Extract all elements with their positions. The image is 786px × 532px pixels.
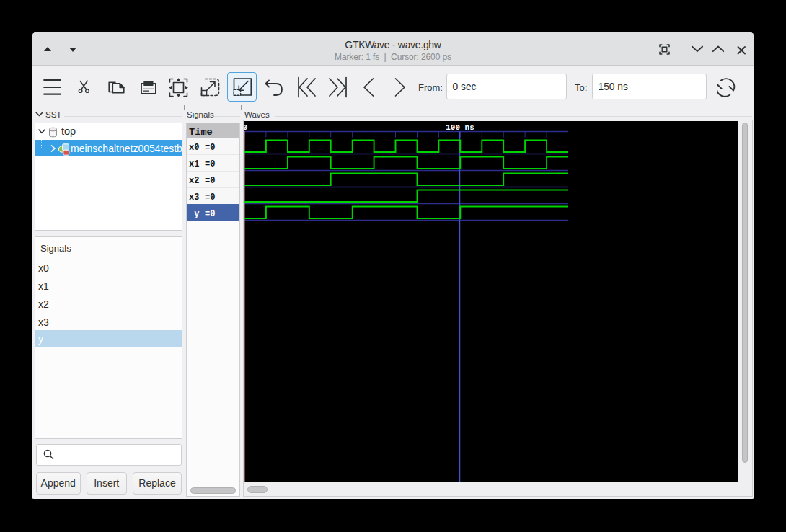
svg-text:100 ns: 100 ns — [446, 123, 474, 132]
svg-text:0: 0 — [244, 123, 247, 132]
